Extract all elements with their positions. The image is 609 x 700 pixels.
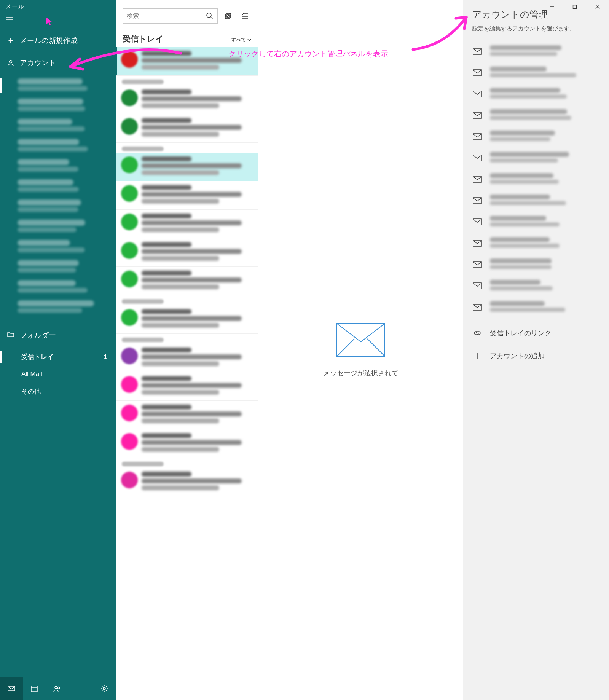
annotation-cursor-icon	[46, 17, 53, 26]
list-filter-dropdown[interactable]: すべて	[231, 37, 251, 43]
search-box[interactable]	[123, 8, 218, 24]
account-panel-item[interactable]	[463, 41, 609, 62]
close-button[interactable]	[586, 0, 609, 14]
message-item[interactable]	[116, 210, 258, 238]
message-item[interactable]	[116, 267, 258, 295]
svg-point-11	[55, 686, 57, 689]
message-item[interactable]	[116, 153, 258, 181]
accounts-header[interactable]: アカウント	[0, 53, 116, 73]
folder-item[interactable]: 受信トレイ1	[0, 348, 116, 366]
account-panel-item[interactable]	[463, 126, 609, 147]
reading-pane: メッセージが選択されて	[258, 0, 463, 700]
sidebar-account-item[interactable]	[0, 196, 116, 217]
filter-label: すべて	[231, 37, 246, 43]
new-mail-label: メールの新規作成	[20, 36, 78, 46]
svg-rect-31	[473, 283, 481, 289]
link-inbox-button[interactable]: 受信トレイのリンク	[463, 322, 609, 344]
sidebar-account-item[interactable]	[0, 257, 116, 277]
envelope-icon	[472, 112, 482, 119]
sidebar-account-item[interactable]	[0, 75, 116, 96]
account-panel-item[interactable]	[463, 147, 609, 169]
message-item[interactable]	[116, 181, 258, 210]
account-panel-item[interactable]	[463, 211, 609, 233]
avatar	[121, 433, 138, 450]
account-panel-item[interactable]	[463, 169, 609, 190]
envelope-icon	[472, 239, 482, 247]
svg-rect-26	[473, 176, 481, 182]
account-panel-item[interactable]	[463, 275, 609, 297]
sidebar-account-item[interactable]	[0, 96, 116, 116]
account-panel-item[interactable]	[463, 297, 609, 318]
sidebar: メール + メールの新規作成 アカウント フォルダー 受信トレイ1All Mai…	[0, 0, 116, 700]
sync-button[interactable]	[222, 10, 234, 22]
settings-button[interactable]	[93, 677, 116, 700]
list-toolbar	[116, 0, 258, 27]
account-panel-item[interactable]	[463, 62, 609, 83]
folder-label: All Mail	[21, 370, 42, 378]
avatar	[121, 89, 138, 106]
avatar	[121, 376, 138, 393]
add-account-button[interactable]: アカウントの追加	[463, 344, 609, 367]
account-panel-item[interactable]	[463, 233, 609, 254]
envelope-icon	[472, 90, 482, 98]
message-item[interactable]	[116, 238, 258, 267]
folder-item[interactable]: その他	[0, 383, 116, 400]
sidebar-account-item[interactable]	[0, 156, 116, 176]
list-date-separator	[116, 143, 258, 153]
calendar-nav-button[interactable]	[23, 677, 46, 700]
svg-rect-32	[473, 304, 481, 310]
sidebar-account-item[interactable]	[0, 277, 116, 297]
message-item[interactable]	[116, 344, 258, 372]
envelope-icon	[472, 282, 482, 290]
envelope-icon	[336, 323, 386, 357]
hamburger-button[interactable]	[0, 12, 116, 29]
folders-header[interactable]: フォルダー	[0, 324, 116, 346]
account-panel-item[interactable]	[463, 254, 609, 275]
account-panel-item[interactable]	[463, 83, 609, 105]
folder-icon	[7, 331, 14, 340]
person-icon	[7, 59, 14, 67]
new-mail-button[interactable]: + メールの新規作成	[0, 29, 116, 53]
list-date-separator	[116, 295, 258, 305]
list-date-separator	[116, 76, 258, 86]
svg-point-13	[103, 687, 105, 690]
search-input[interactable]	[127, 13, 206, 19]
sidebar-account-item[interactable]	[0, 116, 116, 136]
folder-label: 受信トレイ	[21, 352, 54, 361]
svg-rect-25	[473, 155, 481, 161]
message-item[interactable]	[116, 429, 258, 458]
message-item[interactable]	[116, 114, 258, 143]
sidebar-account-item[interactable]	[0, 217, 116, 237]
sidebar-account-item[interactable]	[0, 237, 116, 257]
plus-icon	[472, 351, 482, 360]
folder-label: その他	[21, 387, 41, 396]
avatar	[121, 185, 138, 202]
svg-point-14	[207, 13, 211, 18]
message-item[interactable]	[116, 401, 258, 429]
people-nav-button[interactable]	[46, 677, 69, 700]
svg-rect-20	[473, 48, 481, 54]
sidebar-account-item[interactable]	[0, 136, 116, 156]
minimize-button[interactable]	[540, 0, 563, 14]
annotation-text: クリックして右のアカウント管理パネルを表示	[228, 49, 388, 59]
maximize-button[interactable]	[563, 0, 586, 14]
message-list[interactable]	[116, 47, 258, 700]
mail-nav-button[interactable]	[0, 677, 23, 700]
select-mode-button[interactable]	[238, 10, 251, 22]
chevron-down-icon	[247, 38, 251, 42]
avatar	[121, 271, 138, 287]
sidebar-account-item[interactable]	[0, 176, 116, 196]
svg-rect-9	[31, 686, 37, 692]
avatar	[121, 405, 138, 421]
message-item[interactable]	[116, 305, 258, 334]
folder-item[interactable]: All Mail	[0, 366, 116, 383]
sidebar-account-item[interactable]	[0, 297, 116, 317]
account-panel-item[interactable]	[463, 190, 609, 211]
avatar	[121, 51, 138, 68]
message-item[interactable]	[116, 86, 258, 114]
account-panel-item[interactable]	[463, 105, 609, 126]
message-item[interactable]	[116, 372, 258, 401]
message-item[interactable]	[116, 468, 258, 496]
svg-rect-22	[473, 91, 481, 97]
sidebar-account-list	[0, 73, 116, 324]
